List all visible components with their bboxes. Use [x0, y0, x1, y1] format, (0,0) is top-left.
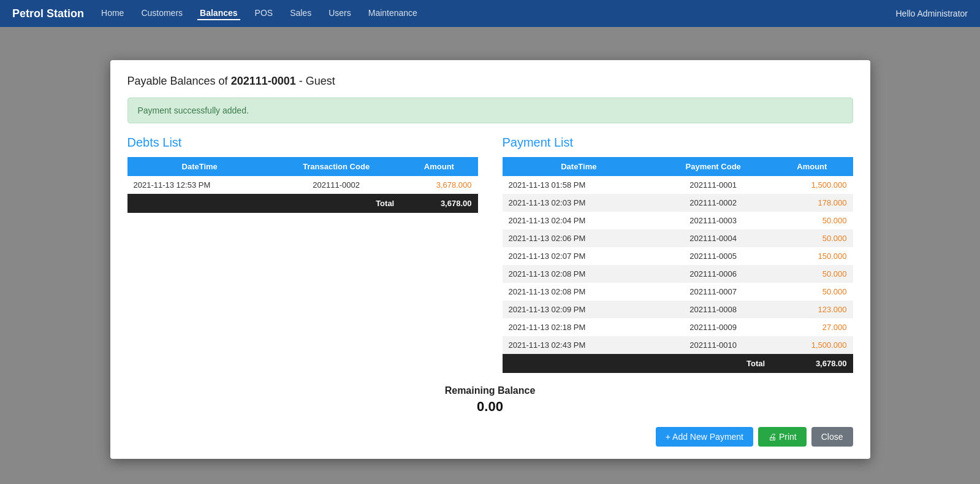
debts-title: Debts List: [127, 136, 478, 150]
buttons-row: + Add New Payment 🖨 Print Close: [127, 427, 853, 447]
payment-amount: 50.000: [771, 283, 853, 301]
nav-pos[interactable]: POS: [253, 7, 276, 20]
navbar: Petrol Station Home Customers Balances P…: [0, 0, 980, 27]
nav-maintenance[interactable]: Maintenance: [366, 7, 420, 20]
debts-total-amount: 3,678.00: [400, 194, 477, 213]
modal-title-prefix: Payable Balances of: [127, 75, 231, 87]
payment-datetime: 2021-11-13 02:08 PM: [503, 265, 656, 283]
payment-code: 202111-0004: [655, 229, 771, 247]
payment-col-datetime: DateTime: [503, 157, 656, 176]
payment-table: DateTime Payment Code Amount 2021-11-13 …: [503, 157, 853, 373]
payment-table-row: 2021-11-13 02:06 PM 202111-0004 50.000: [503, 229, 853, 247]
debt-amount: 3,678.000: [400, 176, 477, 194]
payment-section: Payment List DateTime Payment Code Amoun…: [503, 136, 853, 373]
payment-total-label: Total: [503, 354, 772, 373]
payment-code: 202111-0009: [655, 318, 771, 336]
payment-col-code: Payment Code: [655, 157, 771, 176]
modal-title-code: 202111-0001: [231, 75, 296, 87]
debts-table-row: 2021-11-13 12:53 PM 202111-0002 3,678.00…: [127, 176, 478, 194]
payment-amount: 123.000: [771, 301, 853, 318]
nav-home[interactable]: Home: [99, 7, 126, 20]
payment-datetime: 2021-11-13 02:07 PM: [503, 247, 656, 265]
payment-amount: 178.000: [771, 194, 853, 212]
nav-users[interactable]: Users: [326, 7, 354, 20]
brand: Petrol Station: [12, 7, 84, 20]
payment-code: 202111-0008: [655, 301, 771, 318]
payment-table-row: 2021-11-13 02:07 PM 202111-0005 150.000: [503, 247, 853, 265]
debts-col-code: Transaction Code: [272, 157, 400, 176]
debts-total-label: Total: [127, 194, 401, 213]
payment-total-amount: 3,678.00: [771, 354, 853, 373]
payment-table-row: 2021-11-13 02:03 PM 202111-0002 178.000: [503, 194, 853, 212]
payment-table-row: 2021-11-13 02:08 PM 202111-0007 50.000: [503, 283, 853, 301]
payment-amount: 27.000: [771, 318, 853, 336]
remaining-label: Remaining Balance: [127, 385, 853, 396]
payment-datetime: 2021-11-13 02:08 PM: [503, 283, 656, 301]
payment-table-row: 2021-11-13 02:04 PM 202111-0003 50.000: [503, 212, 853, 229]
debts-section: Debts List DateTime Transaction Code Amo…: [127, 136, 478, 373]
payment-code: 202111-0003: [655, 212, 771, 229]
payment-table-row: 2021-11-13 01:58 PM 202111-0001 1,500.00…: [503, 176, 853, 194]
remaining-section: Remaining Balance 0.00: [127, 385, 853, 415]
payment-col-amount: Amount: [771, 157, 853, 176]
debt-datetime: 2021-11-13 12:53 PM: [127, 176, 272, 194]
modal-title: Payable Balances of 202111-0001 - Guest: [127, 75, 853, 88]
modal: Payable Balances of 202111-0001 - Guest …: [110, 60, 870, 459]
modal-title-suffix: - Guest: [296, 75, 335, 87]
payment-datetime: 2021-11-13 02:43 PM: [503, 336, 656, 354]
modal-overlay: Payable Balances of 202111-0001 - Guest …: [0, 54, 980, 484]
payment-datetime: 2021-11-13 02:04 PM: [503, 212, 656, 229]
payment-table-row: 2021-11-13 02:18 PM 202111-0009 27.000: [503, 318, 853, 336]
debts-col-datetime: DateTime: [127, 157, 272, 176]
user-menu[interactable]: Hello Administrator: [896, 9, 968, 18]
close-button[interactable]: Close: [811, 427, 853, 447]
payment-datetime: 2021-11-13 02:18 PM: [503, 318, 656, 336]
payment-table-row: 2021-11-13 02:08 PM 202111-0006 50.000: [503, 265, 853, 283]
debt-code: 202111-0002: [272, 176, 400, 194]
main-content: Debts List DateTime Transaction Code Amo…: [127, 136, 853, 373]
payment-amount: 50.000: [771, 265, 853, 283]
payment-datetime: 2021-11-13 02:09 PM: [503, 301, 656, 318]
payment-code: 202111-0006: [655, 265, 771, 283]
debts-table: DateTime Transaction Code Amount 2021-11…: [127, 157, 478, 213]
payment-code: 202111-0007: [655, 283, 771, 301]
add-payment-button[interactable]: + Add New Payment: [656, 427, 753, 447]
nav-menu: Home Customers Balances POS Sales Users …: [99, 7, 895, 20]
nav-sales[interactable]: Sales: [287, 7, 314, 20]
success-alert: Payment successfully added.: [127, 98, 853, 123]
payment-table-row: 2021-11-13 02:43 PM 202111-0010 1,500.00…: [503, 336, 853, 354]
payment-code: 202111-0010: [655, 336, 771, 354]
page-background: Payable Balances of 202111-0001 - Guest …: [0, 27, 980, 484]
payment-title: Payment List: [503, 136, 853, 150]
payment-datetime: 2021-11-13 02:03 PM: [503, 194, 656, 212]
payment-table-row: 2021-11-13 02:09 PM 202111-0008 123.000: [503, 301, 853, 318]
payment-amount: 1,500.000: [771, 176, 853, 194]
payment-datetime: 2021-11-13 02:06 PM: [503, 229, 656, 247]
nav-customers[interactable]: Customers: [139, 7, 185, 20]
debts-col-amount: Amount: [400, 157, 477, 176]
print-button[interactable]: 🖨 Print: [758, 427, 807, 447]
payment-amount: 50.000: [771, 212, 853, 229]
payment-amount: 1,500.000: [771, 336, 853, 354]
remaining-value: 0.00: [127, 399, 853, 415]
payment-code: 202111-0001: [655, 176, 771, 194]
alert-message: Payment successfully added.: [138, 106, 249, 115]
nav-balances[interactable]: Balances: [197, 7, 240, 20]
payment-code: 202111-0002: [655, 194, 771, 212]
payment-code: 202111-0005: [655, 247, 771, 265]
payment-amount: 150.000: [771, 247, 853, 265]
payment-datetime: 2021-11-13 01:58 PM: [503, 176, 656, 194]
payment-amount: 50.000: [771, 229, 853, 247]
